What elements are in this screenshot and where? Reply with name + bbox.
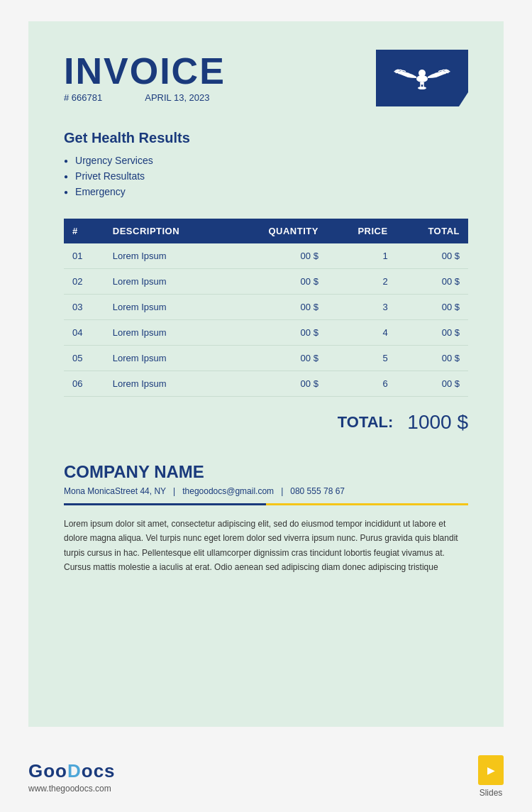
- cell-price: 3: [327, 295, 397, 320]
- cell-desc: Lorem Ipsum: [104, 371, 228, 397]
- company-name: COMPANY NAME: [64, 462, 468, 482]
- service-item-1: Urgency Services: [64, 155, 468, 166]
- service-item-3-text: Emergency: [75, 186, 126, 197]
- cell-num: 05: [64, 346, 104, 371]
- cell-num: 03: [64, 295, 104, 320]
- table-header-row: # DESCRIPTION QUANTITY PRICE TOTAL: [64, 219, 468, 243]
- table-row: 02 Lorem Ipsum 00 $ 2 00 $: [64, 269, 468, 295]
- invoice-meta: # 666781 APRIL 13, 2023: [64, 92, 226, 103]
- cell-qty: 00 $: [228, 371, 326, 397]
- total-value: 1000 $: [407, 411, 468, 434]
- cell-qty: 00 $: [228, 243, 326, 269]
- cell-desc: Lorem Ipsum: [104, 295, 228, 320]
- company-section: COMPANY NAME Mona MonicaStreet 44, NY | …: [64, 455, 468, 575]
- cell-qty: 00 $: [228, 320, 326, 346]
- cell-qty: 00 $: [228, 269, 326, 295]
- cell-qty: 00 $: [228, 295, 326, 320]
- bird-icon: [390, 59, 454, 98]
- slides-icon: [478, 755, 504, 785]
- logo-part2: ocs: [82, 760, 116, 781]
- cell-desc: Lorem Ipsum: [104, 346, 228, 371]
- company-email: thegoodocs@gmail.com: [182, 486, 274, 496]
- invoice-logo: [376, 50, 468, 106]
- company-info: Mona MonicaStreet 44, NY | thegoodocs@gm…: [64, 486, 468, 496]
- cell-price: 2: [327, 269, 397, 295]
- table-row: 03 Lorem Ipsum 00 $ 3 00 $: [64, 295, 468, 320]
- gooddocs-url: www.thegoodocs.com: [28, 784, 116, 794]
- company-address: Mona MonicaStreet 44, NY: [64, 486, 166, 496]
- cell-price: 4: [327, 320, 397, 346]
- cell-num: 06: [64, 371, 104, 397]
- services-list: Urgency Services Privet Resultats Emerge…: [64, 155, 468, 197]
- divider-line: [64, 503, 468, 505]
- gooddocs-logo: GooDocs: [28, 760, 116, 782]
- invoice-date: APRIL 13, 2023: [145, 92, 209, 103]
- separator-1: |: [173, 486, 175, 496]
- service-item-2: Privet Resultats: [64, 170, 468, 182]
- col-description: DESCRIPTION: [104, 219, 228, 243]
- cell-price: 6: [327, 371, 397, 397]
- cell-price: 1: [327, 243, 397, 269]
- cell-price: 5: [327, 346, 397, 371]
- table-row: 05 Lorem Ipsum 00 $ 5 00 $: [64, 346, 468, 371]
- col-number: #: [64, 219, 104, 243]
- col-price: PRICE: [327, 219, 397, 243]
- bottom-branding: GooDocs www.thegoodocs.com Slides: [0, 741, 532, 812]
- invoice-container: INVOICE # 666781 APRIL 13, 2023: [28, 21, 504, 727]
- total-row: TOTAL: 1000 $: [64, 411, 468, 434]
- cell-total: 00 $: [397, 346, 468, 371]
- invoice-table: # DESCRIPTION QUANTITY PRICE TOTAL 01 Lo…: [64, 219, 468, 397]
- disclaimer-text: Lorem ipsum dolor sit amet, consectetur …: [64, 517, 468, 575]
- table-row: 06 Lorem Ipsum 00 $ 6 00 $: [64, 371, 468, 397]
- slides-badge: Slides: [478, 755, 504, 798]
- table-row: 04 Lorem Ipsum 00 $ 4 00 $: [64, 320, 468, 346]
- company-phone: 080 555 78 67: [290, 486, 345, 496]
- cell-desc: Lorem Ipsum: [104, 320, 228, 346]
- cell-total: 00 $: [397, 243, 468, 269]
- cell-num: 02: [64, 269, 104, 295]
- invoice-header: INVOICE # 666781 APRIL 13, 2023: [64, 50, 468, 123]
- logo-d: D: [67, 760, 82, 781]
- slides-label: Slides: [480, 788, 503, 798]
- section-title: Get Health Results: [64, 130, 468, 146]
- page-wrapper: INVOICE # 666781 APRIL 13, 2023: [0, 0, 532, 812]
- table-row: 01 Lorem Ipsum 00 $ 1 00 $: [64, 243, 468, 269]
- cell-total: 00 $: [397, 371, 468, 397]
- cell-total: 00 $: [397, 295, 468, 320]
- col-total: TOTAL: [397, 219, 468, 243]
- svg-point-1: [419, 70, 426, 77]
- svg-point-4: [418, 87, 426, 89]
- cell-desc: Lorem Ipsum: [104, 243, 228, 269]
- cell-desc: Lorem Ipsum: [104, 269, 228, 295]
- cell-qty: 00 $: [228, 346, 326, 371]
- service-item-3: Emergency: [64, 186, 468, 197]
- total-label: TOTAL:: [338, 413, 394, 432]
- service-item-2-text: Privet Resultats: [75, 170, 145, 182]
- cell-total: 00 $: [397, 320, 468, 346]
- cell-num: 04: [64, 320, 104, 346]
- logo-part1: Goo: [28, 760, 67, 781]
- cell-num: 01: [64, 243, 104, 269]
- separator-2: |: [281, 486, 283, 496]
- invoice-number: # 666781: [64, 92, 102, 103]
- invoice-title: INVOICE: [64, 50, 226, 92]
- col-quantity: QUANTITY: [228, 219, 326, 243]
- service-item-1-text: Urgency Services: [75, 155, 153, 166]
- invoice-title-block: INVOICE # 666781 APRIL 13, 2023: [64, 50, 226, 123]
- gooddocs-brand: GooDocs www.thegoodocs.com: [28, 760, 116, 794]
- cell-total: 00 $: [397, 269, 468, 295]
